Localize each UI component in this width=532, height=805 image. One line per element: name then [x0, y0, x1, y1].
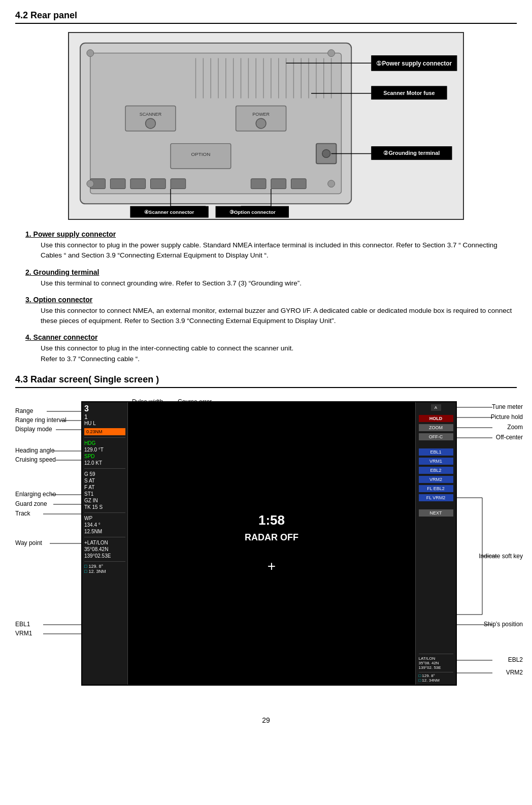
label-indicate-soft-key: Indicate soft key — [479, 553, 523, 560]
label-way-point: Way point — [15, 539, 42, 546]
svg-text:OPTION: OPTION — [191, 151, 210, 157]
svg-text:POWER: POWER — [252, 112, 270, 117]
label-zoom: Zoom — [507, 424, 523, 431]
svg-point-37 — [87, 50, 94, 57]
ebl2-vrm2-panel: □ 129. 8° □ 12. 34NM — [419, 672, 453, 683]
svg-rect-34 — [251, 179, 266, 189]
hu-l-value: HU L — [84, 421, 96, 426]
connector-4-text1: Use this connector to plug in the inter-… — [41, 343, 517, 353]
label-tune-meter: Tune meter — [492, 403, 523, 410]
radar-right-panel: A HOLD ZOOM OFF-C EBL1 VRM1 EBL2 VRM2 FL… — [415, 402, 456, 685]
off-c-btn[interactable]: OFF-C — [419, 433, 453, 440]
radar-display: 3 1 HU L 0.23NM HDG 129.0 °T SPD 12.0 KT… — [81, 401, 457, 686]
rear-panel-diagram: SCANNER POWER OPTION — [68, 32, 464, 220]
connector-1-text: Use this connector to plug in the power … — [41, 240, 517, 261]
label-vrm1: VRM1 — [15, 630, 32, 637]
label-off-center: Off-center — [496, 434, 523, 441]
ebl2-btn[interactable]: EBL2 — [419, 467, 453, 474]
label-ships-position: Ship’s position — [484, 621, 523, 628]
ship-lon-val: 139°02. 53E — [419, 665, 453, 670]
svg-point-42 — [322, 149, 330, 157]
label-enlarging-echo: Enlarging echo — [15, 491, 56, 498]
radar-overlay: 1:58 RADAR OFF + — [128, 402, 415, 685]
ship-lat-label: LAT/LON — [419, 656, 453, 661]
label-picture-hold: Picture hold — [491, 413, 523, 421]
next-btn[interactable]: NEXT — [419, 509, 453, 517]
hdg-label: HDG — [84, 440, 125, 446]
wp-bearing: 134.4 ° — [84, 522, 125, 528]
time-display: 1:58 — [258, 512, 285, 528]
spd-label: SPD — [84, 453, 125, 460]
page-number: 29 — [15, 716, 517, 724]
gain-display: G 59 S AT F AT ST1 GZ IN TK 15 S — [84, 468, 125, 510]
label-vrm2-right: VRM2 — [506, 669, 523, 676]
ebl1-display: □ 129. 8° — [84, 564, 125, 569]
ship-pos-panel: LAT/LON 35°08. 42N 139°02. 53E — [419, 654, 453, 670]
lon-value: 139°02.53E — [84, 553, 125, 559]
svg-point-40 — [328, 180, 335, 187]
svg-rect-31 — [130, 179, 146, 189]
wp-dist: 12.5NM — [84, 528, 125, 535]
tk-value: TK 15 S — [84, 504, 125, 510]
ebl2-indicator: □ — [419, 673, 421, 678]
zoom-btn[interactable]: ZOOM — [419, 424, 453, 431]
connector-3: 3. Option connector Use this connector t… — [25, 296, 517, 327]
label-ebl1: EBL1 — [15, 621, 30, 628]
connector-4-text2: Refer to 3.7 “Connecting cable “. — [41, 354, 517, 364]
range-value: 3 — [84, 404, 89, 413]
svg-rect-36 — [291, 179, 306, 189]
connector-1: 1. Power supply connector Use this conne… — [25, 230, 517, 261]
ebl2-display-val: 129. 8° — [422, 673, 435, 678]
ebl2-display: □ 129. 8° — [419, 673, 453, 678]
svg-text:①Power supply connector: ①Power supply connector — [376, 60, 452, 67]
connector-3-text: Use this connector to connect NMEA, an e… — [41, 306, 517, 327]
vrm2-btn[interactable]: VRM2 — [419, 476, 453, 483]
hold-btn[interactable]: HOLD — [419, 415, 453, 422]
range-sub-value: 1 — [84, 413, 88, 421]
label-track: Track — [15, 510, 30, 517]
spacer2 — [419, 503, 453, 507]
label-range-ring: Range ring interval — [15, 416, 66, 424]
label-ebl2-right: EBL2 — [508, 656, 523, 663]
radar-left-panel: 3 1 HU L 0.23NM HDG 129.0 °T SPD 12.0 KT… — [82, 402, 128, 685]
svg-text:SCANNER: SCANNER — [140, 112, 162, 117]
svg-rect-30 — [110, 179, 125, 189]
f-value: F AT — [84, 484, 125, 491]
section-43-title: 4.3 Radar screen( Single screen ) — [15, 374, 517, 388]
connector-4: 4. Scanner connector Use this connector … — [25, 333, 517, 364]
hdg-value: 129.0 °T — [84, 446, 125, 453]
label-guard-zone: Guard zone — [15, 500, 47, 507]
svg-rect-33 — [171, 179, 186, 189]
svg-text:③Option connector: ③Option connector — [229, 209, 276, 215]
fl-vrm2-btn[interactable]: FL VRM2 — [419, 494, 453, 501]
connector-list: 1. Power supply connector Use this conne… — [25, 230, 517, 364]
svg-point-39 — [87, 180, 94, 187]
spacer1 — [419, 442, 453, 446]
lat-lon-label: +LAT/LON — [84, 539, 125, 546]
ebl1-btn[interactable]: EBL1 — [419, 448, 453, 456]
a-indicator: A — [431, 404, 441, 411]
svg-point-23 — [146, 118, 156, 128]
vrm1-btn[interactable]: VRM1 — [419, 458, 453, 465]
latlon-display: +LAT/LON 35°08.42N 139°02.53E — [84, 537, 125, 559]
connector-2: 2. Grounding terminal Use this terminal … — [25, 268, 517, 288]
radar-center: 1:58 RADAR OFF + — [128, 402, 415, 685]
heading-display: HDG 129.0 °T SPD 12.0 KT — [84, 437, 125, 466]
vrm2-indicator: □ — [419, 678, 421, 683]
radar-diagram-wrapper: Range Range ring interval Display mode H… — [15, 396, 523, 706]
ebl-vrm-display: □ 129. 8° □ 12. 3NM — [84, 561, 125, 574]
crosshair-symbol: + — [268, 558, 276, 574]
ship-lat-val: 35°08. 42N — [419, 661, 453, 665]
top-status-area: A — [431, 404, 441, 411]
distance-value: 0.23NM — [86, 429, 103, 434]
label-range: Range — [15, 407, 33, 414]
vrm2-display: □ 12. 34NM — [419, 678, 453, 683]
gz-value: GZ IN — [84, 497, 125, 504]
st1-value: ST1 — [84, 491, 125, 497]
wp-label: WP — [84, 515, 125, 522]
svg-point-38 — [328, 50, 335, 57]
label-cruising-speed: Cruising speed — [15, 456, 56, 463]
fl-ebl2-btn[interactable]: FL EBL2 — [419, 485, 453, 492]
svg-point-26 — [256, 118, 266, 128]
distance-display: 0.23NM — [84, 428, 125, 435]
